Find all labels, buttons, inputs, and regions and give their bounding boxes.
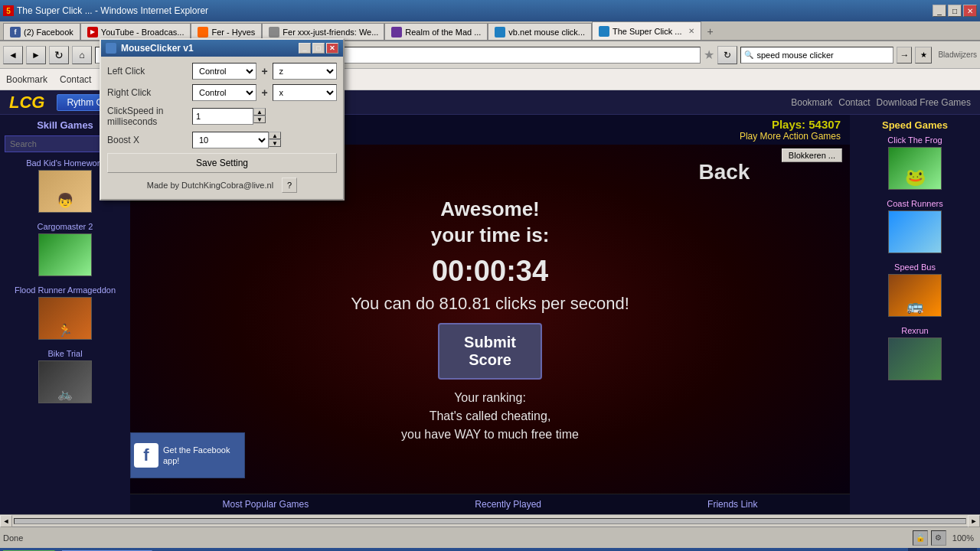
tab-icon-hyves [198,27,208,37]
title-icon: 5 [3,5,14,16]
dialog-right-click-label: Right Click [107,87,188,98]
game-stats-right: Plays: 54307 Play More Action Games [740,118,841,142]
tab-realm[interactable]: Realm of the Mad ... [384,23,488,40]
list-item-coast[interactable]: Coast Runners [854,199,975,253]
list-item-bike[interactable]: Bike Trial 🚲 [5,349,126,403]
game-thumb-cargo [38,233,92,276]
site-logo: LCG [9,93,44,112]
tab-label-realm: Realm of the Mad ... [405,28,481,37]
list-item-rexrun[interactable]: Rexrun [854,326,975,380]
dialog-title-buttons: _ □ ✕ [299,43,338,54]
tab-fer[interactable]: Fer xxx-just-friends: We... [262,23,384,40]
list-item-frog[interactable]: Click The Frog 🐸 [854,135,975,190]
site-nav-download[interactable]: Download Free Games [877,97,971,108]
list-item-flood[interactable]: Flood Runner Armageddon 🏃 [5,285,126,340]
dialog-boost-x-row: Boost X 10 ▲ ▼ [107,132,337,148]
submit-score-button[interactable]: SubmitScore [438,323,542,380]
dialog-help-button[interactable]: ? [282,178,297,193]
refresh-button[interactable]: ↻ [49,46,69,64]
tab-vb[interactable]: vb.net mouse click... [488,23,592,40]
dialog-left-click-label: Left Click [107,66,188,77]
search-engine-icon: 🔍 [744,51,753,59]
favorites-icon: ★ [920,51,927,59]
list-item-speedbus[interactable]: Speed Bus 🚌 [854,262,975,317]
bookmark-item-contact[interactable]: Contact [60,74,91,85]
dialog-close-button[interactable]: ✕ [326,43,338,54]
search-go-button[interactable]: → [897,47,912,64]
site-nav-bookmark[interactable]: Bookmark [791,97,832,108]
tab-label-fer: Fer xxx-just-friends: We... [283,28,378,37]
reload-button[interactable]: ↻ [717,46,737,64]
tab-icon-superclick [599,26,609,37]
awesome-label: Awesome! [440,197,540,220]
facebook-overlay[interactable]: f Get the Facebook app! [130,432,245,478]
game-title-frog: Click The Frog [854,135,975,145]
favorites-button[interactable]: ★ [915,47,932,64]
minimize-button[interactable]: _ [933,5,946,17]
ranking-text-2: y [401,428,407,441]
home-button[interactable]: ⌂ [72,46,92,64]
tab-icon-youtube: ▶ [87,27,98,37]
dialog-left-click-modifier[interactable]: Control [192,63,256,80]
tab-close-superclick[interactable]: ✕ [688,27,694,35]
click-speed-spinner-arrows: ▲ ▼ [253,108,266,125]
plays-count-label: Plays: 54307 [740,118,841,131]
list-item-cargo[interactable]: Cargomaster 2 [5,222,126,276]
bookmark-star-icon[interactable]: ★ [704,47,714,62]
scroll-left-button[interactable]: ◄ [0,515,12,527]
taskbar: 🪟 Start 🌐 Internet Explorer 🔊 🌐 ⚙ 18:47 [0,548,980,551]
scroll-right-button[interactable]: ► [968,515,980,527]
dialog-footer: Made by DutchKingCobra@live.nl ? [107,178,337,193]
dialog-maximize-button[interactable]: □ [312,43,325,54]
result-container: Awesome! your time is: 00:00:34 You can … [351,197,629,444]
tab-label-superclick: The Super Click ... [612,27,681,36]
click-speed-down-arrow[interactable]: ▼ [253,116,266,123]
back-button[interactable]: Back [698,160,750,184]
play-more-link[interactable]: Play More Action Games [740,131,841,142]
game-title-bike: Bike Trial [5,349,126,358]
game-bottom-tabs: Most Popular Games Recently Played Frien… [130,494,850,514]
new-tab-button[interactable]: + [701,23,720,40]
game-title-cargo: Cargomaster 2 [5,222,126,231]
dialog-right-click-modifier[interactable]: Control [192,84,256,101]
plays-count: 54307 [808,118,841,131]
dialog-save-button[interactable]: Save Setting [107,153,337,173]
most-popular-tab[interactable]: Most Popular Games [223,499,309,510]
game-thumb-frog: 🐸 [888,147,942,190]
tab-hyves[interactable]: Fer - Hyves [191,23,262,40]
dialog-body: Left Click Control + z Right Click Contr… [101,57,343,199]
right-sidebar: Speed Games Click The Frog 🐸 Coast Runne… [850,115,980,514]
close-button[interactable]: ✕ [963,5,977,17]
dialog-right-click-key[interactable]: x [273,84,337,101]
bookmark-item-bookmark[interactable]: Bookmark [6,74,47,85]
boost-x-spinner-arrows: ▲ ▼ [269,132,281,148]
tab-label-vb: vb.net mouse click... [508,28,585,37]
forward-button[interactable]: ► [26,46,46,64]
click-speed-up-arrow[interactable]: ▲ [253,108,266,116]
tab-icon-facebook: f [10,27,21,37]
boost-x-down-arrow[interactable]: ▼ [269,139,281,147]
dialog-boost-x-spinner: 10 ▲ ▼ [192,132,281,148]
back-button[interactable]: ◄ [3,46,23,64]
dialog-boost-x-select[interactable]: 10 [192,132,269,148]
tab-superclick[interactable]: The Super Click ... ✕ [592,21,701,40]
game-title-rexrun: Rexrun [854,326,975,335]
site-nav-contact[interactable]: Contact [838,97,870,108]
dialog-click-speed-input[interactable] [192,108,253,125]
search-input[interactable] [756,51,890,60]
maximize-button[interactable]: □ [948,5,962,17]
result-time-display: 00:00:34 [351,255,629,288]
status-right: 🔒 ⚙ 100% [913,530,977,546]
status-icon-1: 🔒 [913,530,928,546]
spacer [498,160,498,184]
friends-link-tab[interactable]: Friends Link [707,499,757,510]
tab-facebook[interactable]: f (2) Facebook [3,23,80,40]
dialog-left-click-key[interactable]: z [273,63,337,80]
recently-played-tab[interactable]: Recently Played [475,499,541,510]
boost-x-up-arrow[interactable]: ▲ [269,132,281,139]
game-thumb-rexrun [888,337,942,380]
dialog-minimize-button[interactable]: _ [299,43,311,54]
plays-label: Plays: [772,118,805,131]
taskbar-tray: 🔊 🌐 ⚙ 18:47 [908,548,977,551]
tab-youtube[interactable]: ▶ YouTube - Broadcas... [80,23,191,40]
